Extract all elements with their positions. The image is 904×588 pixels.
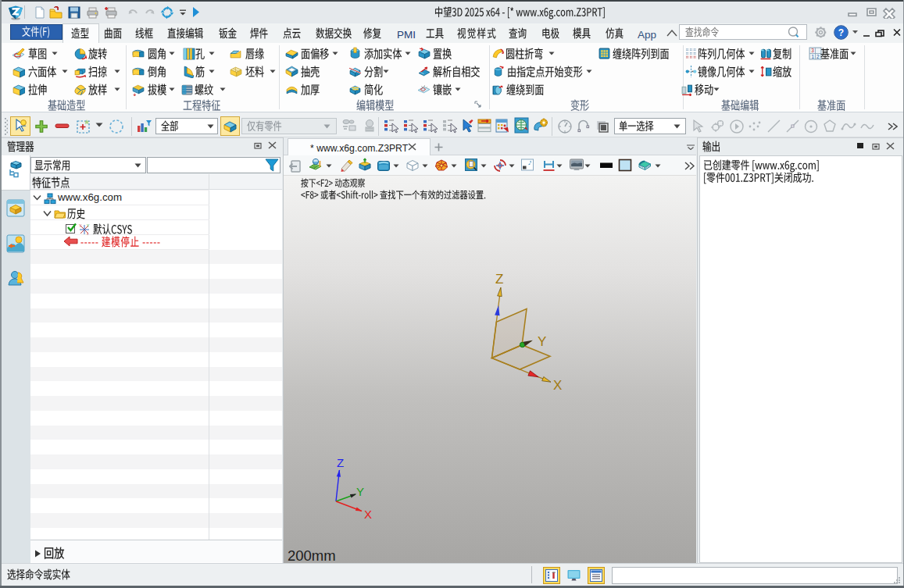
svg-text:Y: Y [87, 223, 90, 228]
svg-text:3: 3 [811, 48, 814, 53]
svg-text:1: 1 [811, 53, 814, 59]
svg-text:?: ? [838, 27, 844, 38]
svg-text:2: 2 [816, 53, 820, 59]
